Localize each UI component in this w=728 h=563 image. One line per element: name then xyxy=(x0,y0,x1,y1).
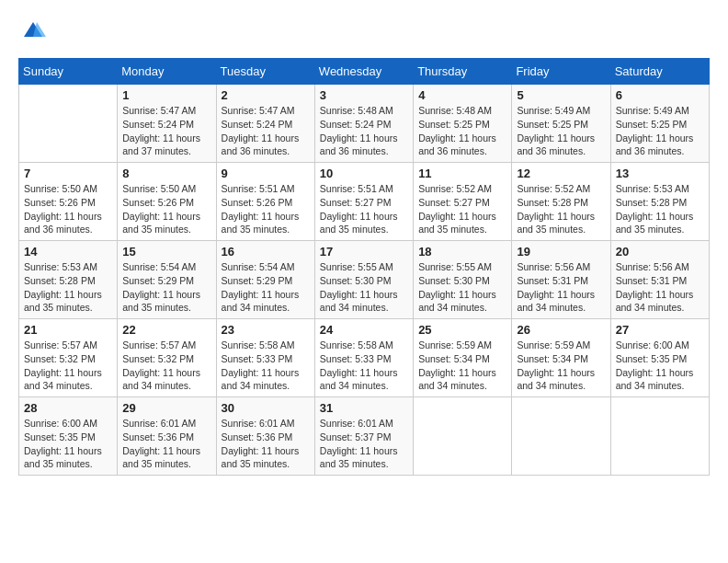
day-number: 27 xyxy=(616,323,704,337)
calendar-cell: 2Sunrise: 5:47 AMSunset: 5:24 PMDaylight… xyxy=(216,85,314,163)
calendar-cell: 20Sunrise: 5:56 AMSunset: 5:31 PMDayligh… xyxy=(610,241,709,319)
day-number: 9 xyxy=(222,167,310,180)
calendar-cell: 1Sunrise: 5:47 AMSunset: 5:24 PMDaylight… xyxy=(118,85,216,163)
calendar-cell: 28Sunrise: 6:00 AMSunset: 5:35 PMDayligh… xyxy=(19,397,118,476)
day-number: 8 xyxy=(122,167,210,180)
calendar-cell: 18Sunrise: 5:55 AMSunset: 5:30 PMDayligh… xyxy=(414,241,512,319)
day-number: 26 xyxy=(517,323,605,337)
calendar-cell: 26Sunrise: 5:59 AMSunset: 5:34 PMDayligh… xyxy=(512,319,610,397)
day-info: Sunrise: 6:01 AMSunset: 5:36 PMDaylight:… xyxy=(122,417,210,471)
day-number: 7 xyxy=(24,167,112,180)
calendar-week-row: 14Sunrise: 5:53 AMSunset: 5:28 PMDayligh… xyxy=(19,241,710,319)
day-number: 13 xyxy=(616,167,704,180)
calendar-cell xyxy=(414,397,512,476)
day-number: 21 xyxy=(24,323,112,337)
calendar-cell: 11Sunrise: 5:52 AMSunset: 5:27 PMDayligh… xyxy=(414,163,512,241)
calendar-cell: 15Sunrise: 5:54 AMSunset: 5:29 PMDayligh… xyxy=(118,241,216,319)
day-number: 12 xyxy=(517,167,605,180)
column-header-thursday: Thursday xyxy=(414,59,512,85)
day-info: Sunrise: 5:55 AMSunset: 5:30 PMDaylight:… xyxy=(320,260,408,315)
day-info: Sunrise: 5:57 AMSunset: 5:32 PMDaylight:… xyxy=(122,339,210,393)
day-number: 4 xyxy=(418,88,506,102)
calendar-cell xyxy=(512,397,610,476)
calendar-cell: 17Sunrise: 5:55 AMSunset: 5:30 PMDayligh… xyxy=(314,241,413,319)
column-header-tuesday: Tuesday xyxy=(216,59,314,85)
calendar-cell: 23Sunrise: 5:58 AMSunset: 5:33 PMDayligh… xyxy=(216,319,314,397)
calendar-cell: 8Sunrise: 5:50 AMSunset: 5:26 PMDaylight… xyxy=(118,163,216,241)
day-info: Sunrise: 5:48 AMSunset: 5:24 PMDaylight:… xyxy=(320,104,408,158)
column-header-sunday: Sunday xyxy=(19,59,118,85)
day-number: 3 xyxy=(320,88,408,102)
day-info: Sunrise: 5:49 AMSunset: 5:25 PMDaylight:… xyxy=(616,104,704,158)
logo xyxy=(18,18,46,49)
day-number: 16 xyxy=(222,245,310,259)
calendar-cell: 22Sunrise: 5:57 AMSunset: 5:32 PMDayligh… xyxy=(118,319,216,397)
calendar-cell: 4Sunrise: 5:48 AMSunset: 5:25 PMDaylight… xyxy=(414,85,512,163)
calendar-cell: 29Sunrise: 6:01 AMSunset: 5:36 PMDayligh… xyxy=(118,397,216,476)
calendar-cell: 13Sunrise: 5:53 AMSunset: 5:28 PMDayligh… xyxy=(610,163,709,241)
calendar-cell: 9Sunrise: 5:51 AMSunset: 5:26 PMDaylight… xyxy=(216,163,314,241)
day-number: 2 xyxy=(222,88,310,102)
day-info: Sunrise: 5:48 AMSunset: 5:25 PMDaylight:… xyxy=(418,104,506,158)
day-info: Sunrise: 5:59 AMSunset: 5:34 PMDaylight:… xyxy=(517,339,605,393)
calendar-cell: 10Sunrise: 5:51 AMSunset: 5:27 PMDayligh… xyxy=(314,163,413,241)
day-info: Sunrise: 5:53 AMSunset: 5:28 PMDaylight:… xyxy=(24,260,112,315)
day-number: 11 xyxy=(418,167,506,180)
day-number: 24 xyxy=(320,323,408,337)
day-info: Sunrise: 5:56 AMSunset: 5:31 PMDaylight:… xyxy=(517,260,605,315)
calendar-cell: 6Sunrise: 5:49 AMSunset: 5:25 PMDaylight… xyxy=(610,85,709,163)
day-number: 14 xyxy=(24,245,112,259)
day-number: 29 xyxy=(122,401,210,415)
svg-marker-1 xyxy=(33,22,46,37)
calendar-cell: 7Sunrise: 5:50 AMSunset: 5:26 PMDaylight… xyxy=(19,163,118,241)
day-info: Sunrise: 5:59 AMSunset: 5:34 PMDaylight:… xyxy=(418,339,506,393)
day-number: 1 xyxy=(122,88,210,102)
day-number: 6 xyxy=(616,88,704,102)
day-info: Sunrise: 5:58 AMSunset: 5:33 PMDaylight:… xyxy=(320,339,408,393)
day-number: 15 xyxy=(122,245,210,259)
calendar-week-row: 21Sunrise: 5:57 AMSunset: 5:32 PMDayligh… xyxy=(19,319,710,397)
day-number: 22 xyxy=(122,323,210,337)
calendar-cell: 25Sunrise: 5:59 AMSunset: 5:34 PMDayligh… xyxy=(414,319,512,397)
calendar-header-row: SundayMondayTuesdayWednesdayThursdayFrid… xyxy=(19,59,710,85)
page-header xyxy=(18,18,710,49)
day-number: 18 xyxy=(418,245,506,259)
calendar-table: SundayMondayTuesdayWednesdayThursdayFrid… xyxy=(18,58,710,476)
day-number: 31 xyxy=(320,401,408,415)
column-header-saturday: Saturday xyxy=(610,59,709,85)
calendar-cell: 5Sunrise: 5:49 AMSunset: 5:25 PMDaylight… xyxy=(512,85,610,163)
day-info: Sunrise: 5:50 AMSunset: 5:26 PMDaylight:… xyxy=(24,182,112,236)
day-info: Sunrise: 5:56 AMSunset: 5:31 PMDaylight:… xyxy=(616,260,704,315)
calendar-week-row: 28Sunrise: 6:00 AMSunset: 5:35 PMDayligh… xyxy=(19,397,710,476)
day-number: 19 xyxy=(517,245,605,259)
day-number: 17 xyxy=(320,245,408,259)
column-header-monday: Monday xyxy=(118,59,216,85)
day-info: Sunrise: 5:58 AMSunset: 5:33 PMDaylight:… xyxy=(222,339,310,393)
day-info: Sunrise: 5:50 AMSunset: 5:26 PMDaylight:… xyxy=(122,182,210,236)
day-number: 10 xyxy=(320,167,408,180)
calendar-cell: 12Sunrise: 5:52 AMSunset: 5:28 PMDayligh… xyxy=(512,163,610,241)
day-number: 30 xyxy=(222,401,310,415)
day-info: Sunrise: 6:01 AMSunset: 5:36 PMDaylight:… xyxy=(222,417,310,471)
day-info: Sunrise: 5:55 AMSunset: 5:30 PMDaylight:… xyxy=(418,260,506,315)
logo-icon xyxy=(20,18,46,44)
day-info: Sunrise: 5:57 AMSunset: 5:32 PMDaylight:… xyxy=(24,339,112,393)
calendar-cell: 19Sunrise: 5:56 AMSunset: 5:31 PMDayligh… xyxy=(512,241,610,319)
day-info: Sunrise: 5:49 AMSunset: 5:25 PMDaylight:… xyxy=(517,104,605,158)
day-info: Sunrise: 5:47 AMSunset: 5:24 PMDaylight:… xyxy=(222,104,310,158)
calendar-cell xyxy=(19,85,118,163)
calendar-cell: 14Sunrise: 5:53 AMSunset: 5:28 PMDayligh… xyxy=(19,241,118,319)
calendar-cell: 31Sunrise: 6:01 AMSunset: 5:37 PMDayligh… xyxy=(314,397,413,476)
calendar-week-row: 1Sunrise: 5:47 AMSunset: 5:24 PMDaylight… xyxy=(19,85,710,163)
calendar-cell: 27Sunrise: 6:00 AMSunset: 5:35 PMDayligh… xyxy=(610,319,709,397)
calendar-cell: 30Sunrise: 6:01 AMSunset: 5:36 PMDayligh… xyxy=(216,397,314,476)
day-number: 28 xyxy=(24,401,112,415)
column-header-wednesday: Wednesday xyxy=(314,59,413,85)
day-number: 25 xyxy=(418,323,506,337)
day-info: Sunrise: 6:01 AMSunset: 5:37 PMDaylight:… xyxy=(320,417,408,471)
day-info: Sunrise: 6:00 AMSunset: 5:35 PMDaylight:… xyxy=(616,339,704,393)
day-info: Sunrise: 5:52 AMSunset: 5:27 PMDaylight:… xyxy=(418,182,506,236)
calendar-cell: 24Sunrise: 5:58 AMSunset: 5:33 PMDayligh… xyxy=(314,319,413,397)
calendar-cell: 21Sunrise: 5:57 AMSunset: 5:32 PMDayligh… xyxy=(19,319,118,397)
day-number: 23 xyxy=(222,323,310,337)
